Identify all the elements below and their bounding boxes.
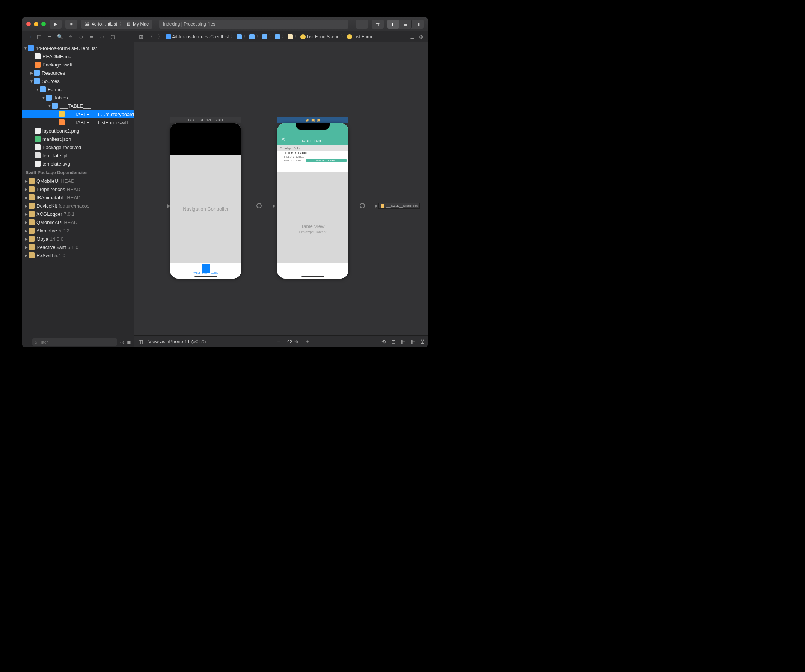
dependency-row[interactable]: ▶Moya14.0.0 (22, 235, 134, 243)
close-icon[interactable]: ✕ (281, 136, 285, 142)
source-control-navigator-tab[interactable]: ◫ (36, 34, 42, 40)
view-controller-icon[interactable]: ◉ (306, 118, 309, 122)
view-as-control[interactable]: View as: iPhone 11 (wC hR) (148, 338, 206, 344)
dependency-row[interactable]: ▶Alamofire5.0.2 (22, 227, 134, 235)
symbol-navigator-tab[interactable]: ☰ (46, 34, 53, 40)
zoom-window-button[interactable] (41, 22, 46, 26)
file-label: Package.resolved (43, 145, 81, 150)
recent-filter-button[interactable]: ◷ (120, 339, 124, 345)
storyboard-reference[interactable]: ___TABLE___DetailsForm (378, 203, 420, 209)
close-window-button[interactable] (26, 22, 31, 26)
file-row-layouticon[interactable]: layoutIconx2.png (22, 127, 134, 135)
scm-filter-button[interactable]: ▣ (127, 339, 131, 345)
dependency-row[interactable]: ▶IBAnimatableHEAD (22, 193, 134, 202)
toggle-debug-area-button[interactable]: ⬓ (399, 20, 412, 28)
folder-icon (34, 70, 40, 76)
folder-row-resources[interactable]: ▶Resources (22, 69, 134, 77)
traffic-lights (26, 22, 46, 26)
dependency-row[interactable]: ▶XCGLogger7.0.1 (22, 210, 134, 218)
run-button[interactable]: ▶ (49, 20, 62, 28)
file-row-resolved[interactable]: Package.resolved (22, 143, 134, 151)
segue-relationship-icon[interactable] (256, 203, 262, 209)
add-files-button[interactable]: ＋ (25, 338, 29, 345)
scene-title-bar[interactable]: ___TABLE_SHORT_LABEL___ (170, 117, 242, 123)
jump-crumb-folder[interactable] (262, 34, 267, 39)
scheme-selector[interactable]: 🏛 4d-fo…ntList 〉 🖥 My Mac (81, 20, 153, 28)
jump-crumb-file[interactable] (288, 34, 293, 39)
add-editor-button[interactable]: ⊕ (417, 34, 425, 40)
debug-navigator-tab[interactable]: ≡ (89, 34, 95, 40)
jump-crumb-scene[interactable]: List Form Scene (301, 34, 339, 39)
filter-field-wrap[interactable]: ⌕ (32, 338, 117, 346)
dependency-row[interactable]: ▶QMobileUIHEAD (22, 177, 134, 185)
project-navigator-tab[interactable]: ▭ (26, 34, 31, 40)
file-row-package[interactable]: Package.swift (22, 61, 134, 69)
constraints-pin-button[interactable]: ⊩ (411, 338, 415, 345)
dependency-row[interactable]: ▶RxSwift5.1.0 (22, 251, 134, 260)
entry-point-arrow[interactable] (155, 206, 170, 207)
toggle-navigator-button[interactable]: ◧ (388, 20, 399, 28)
navigation-title: ___TABLE_LABEL___ (296, 139, 330, 143)
project-root-row[interactable]: ▼4d-for-ios-form-list-ClientList (22, 44, 134, 52)
forward-button[interactable]: 〉 (156, 33, 164, 40)
dependency-version: HEAD (61, 178, 74, 184)
jump-crumb-object[interactable]: List Form (347, 34, 372, 39)
find-navigator-tab[interactable]: 🔍 (57, 34, 63, 40)
file-row-storyboard[interactable]: ___TABLE___L…m.storyboard (22, 110, 134, 118)
prototype-cells-section[interactable]: Prototype Cells ___FIELD_1_LABEL___ ___F… (277, 145, 348, 163)
filter-input[interactable] (39, 340, 115, 344)
adjust-editor-options-button[interactable]: ≣ (409, 34, 416, 40)
file-row-manifest[interactable]: manifest.json (22, 135, 134, 143)
first-responder-icon[interactable]: ▣ (311, 118, 315, 122)
zoom-in-button[interactable]: ＋ (305, 338, 310, 345)
jump-crumb-folder[interactable] (275, 34, 280, 39)
folder-row-sources[interactable]: ▼Sources (22, 77, 134, 85)
folder-row-forms[interactable]: ▼Forms (22, 85, 134, 94)
constraints-resolve-button[interactable]: ⊻ (421, 338, 424, 345)
jump-crumb-folder[interactable] (237, 34, 242, 39)
file-tree[interactable]: ▼4d-for-ios-form-list-ClientList README.… (22, 43, 134, 336)
scene-title-bar-selected[interactable]: ◉ ▣ ▣ (277, 117, 348, 123)
folder-row-tables[interactable]: ▼Tables (22, 94, 134, 102)
file-row-template-gif[interactable]: template.gif (22, 151, 134, 159)
dependency-row[interactable]: ▶QMobileAPIHEAD (22, 218, 134, 227)
zoom-level-label[interactable]: 42 % (287, 338, 298, 344)
list-form-scene[interactable]: ◉ ▣ ▣ ✕ ___TABLE_LABEL___ Prototype Cell… (277, 117, 348, 279)
code-review-button[interactable]: ⇆ (372, 20, 384, 28)
file-row-template-svg[interactable]: template.svg (22, 159, 134, 168)
navigation-controller-scene[interactable]: ___TABLE_SHORT_LABEL___ Navigation Contr… (170, 117, 242, 279)
dependency-row[interactable]: ▶PrephirencesHEAD (22, 185, 134, 193)
dependency-version: feature/macos (59, 203, 89, 209)
constraints-embed-button[interactable]: ⊡ (391, 338, 396, 345)
exit-icon[interactable]: ▣ (317, 118, 320, 122)
minimize-window-button[interactable] (34, 22, 38, 26)
related-items-button[interactable]: ⊞ (137, 34, 145, 40)
prototype-cell[interactable]: ___FIELD_1_LABEL___ ___FIELD_2_LABEL___ … (277, 151, 348, 163)
folder-icon (237, 34, 242, 39)
back-button[interactable]: 〈 (146, 33, 155, 40)
dependency-name: ReactiveSwift (36, 245, 66, 250)
dependency-row[interactable]: ▶DeviceKitfeature/macos (22, 202, 134, 210)
interface-builder-canvas[interactable]: ___TABLE_SHORT_LABEL___ Navigation Contr… (135, 43, 428, 335)
test-navigator-tab[interactable]: ◇ (78, 34, 84, 40)
dependency-row[interactable]: ▶ReactiveSwift6.1.0 (22, 243, 134, 251)
breakpoint-navigator-tab[interactable]: ▱ (99, 34, 105, 40)
file-row-readme[interactable]: README.md (22, 52, 134, 61)
constraints-update-frames-button[interactable]: ⟲ (381, 338, 386, 345)
stop-button[interactable]: ■ (65, 20, 77, 28)
constraints-align-button[interactable]: ⊫ (401, 338, 406, 345)
storyboard-file-icon (59, 111, 64, 117)
zoom-out-button[interactable]: − (277, 338, 280, 345)
toggle-inspectors-button[interactable]: ◨ (412, 20, 424, 28)
folder-row-table-template[interactable]: ▼___TABLE___ (22, 102, 134, 110)
issue-navigator-tab[interactable]: ⚠ (67, 34, 74, 40)
home-indicator (194, 276, 217, 277)
jump-crumb-project[interactable]: 4d-for-ios-form-list-ClientList (166, 34, 229, 39)
table-view-body[interactable]: Table View Prototype Content (277, 172, 348, 263)
jump-crumb-folder[interactable] (249, 34, 255, 39)
library-button[interactable]: ＋ (356, 20, 368, 28)
toggle-document-outline-button[interactable]: ◫ (138, 338, 143, 345)
report-navigator-tab[interactable]: ▢ (110, 34, 116, 40)
file-row-listform-swift[interactable]: ___TABLE___ListForm.swift (22, 118, 134, 127)
segue-icon[interactable] (360, 203, 365, 209)
